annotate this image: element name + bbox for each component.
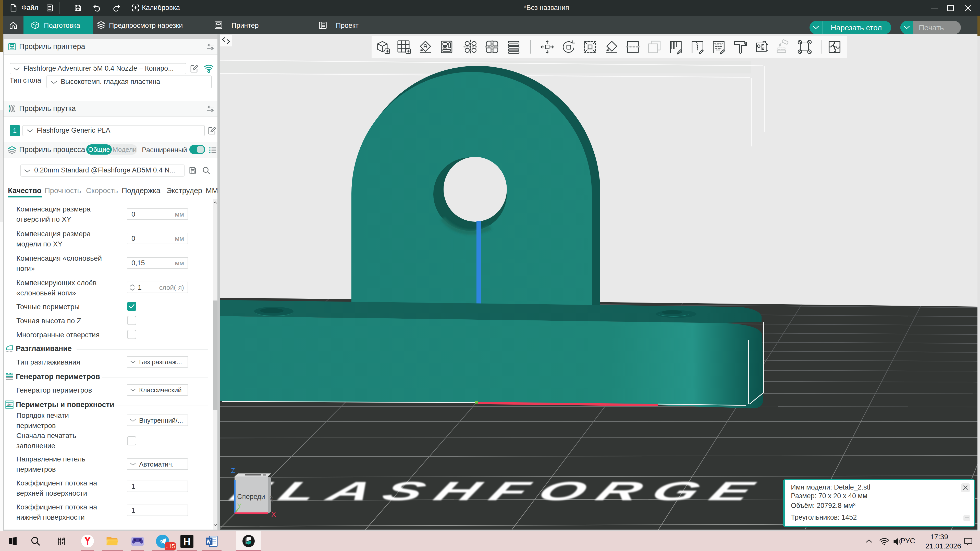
svg-text:X: X (271, 510, 276, 518)
svg-text:Z: Z (231, 467, 235, 475)
svg-text:FLASHFORGE: FLASHFORGE (224, 476, 772, 506)
svg-text:Спереди: Спереди (237, 493, 265, 500)
svg-text:Y: Y (237, 502, 242, 510)
